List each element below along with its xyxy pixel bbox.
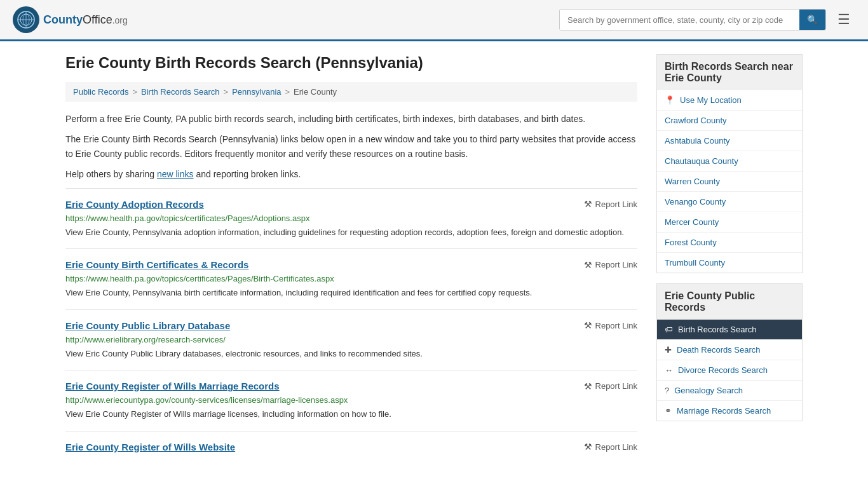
report-link-0[interactable]: ⚒ Report Link	[584, 199, 637, 209]
birth-records-link[interactable]: Birth Records Search	[678, 325, 757, 334]
report-icon-3: ⚒	[584, 381, 592, 391]
link-title-3[interactable]: Erie County Register of Wills Marriage R…	[65, 381, 280, 391]
sidebar-records-list: 🏷 Birth Records Search ✚ Death Records S…	[656, 320, 803, 421]
link-entry-header-0: Erie County Adoption Records ⚒ Report Li…	[65, 199, 637, 210]
desc-para-1: Perform a free Erie County, PA public bi…	[65, 112, 637, 126]
site-header: CountyOffice.org 🔍 ☰	[0, 0, 868, 41]
sidebar-item-forest[interactable]: Forest County	[657, 233, 802, 253]
breadcrumb: Public Records > Birth Records Search > …	[65, 82, 637, 102]
link-title-0[interactable]: Erie County Adoption Records	[65, 199, 204, 210]
link-title-4[interactable]: Erie County Register of Wills Website	[65, 442, 235, 452]
link-url-1[interactable]: https://www.health.pa.gov/topics/certifi…	[65, 274, 637, 283]
link-entry-header-2: Erie County Public Library Database ⚒ Re…	[65, 320, 637, 331]
logo-text: CountyOffice.org	[43, 13, 128, 27]
report-link-3[interactable]: ⚒ Report Link	[584, 381, 637, 391]
report-link-4[interactable]: ⚒ Report Link	[584, 442, 637, 452]
link-desc-3: View Erie County Register of Wills marri…	[65, 408, 637, 421]
sidebar-item-crawford[interactable]: Crawford County	[657, 111, 802, 131]
crawford-county-link[interactable]: Crawford County	[665, 116, 727, 125]
hamburger-menu-icon[interactable]: ☰	[832, 9, 855, 30]
link-title-1[interactable]: Erie County Birth Certificates & Records	[65, 259, 248, 270]
marriage-records-link[interactable]: Marriage Records Search	[677, 406, 771, 416]
report-icon-2: ⚒	[584, 320, 592, 330]
report-link-1[interactable]: ⚒ Report Link	[584, 260, 637, 270]
sidebar-item-venango[interactable]: Venango County	[657, 192, 802, 212]
sidebar-records-title: Erie County Public Records	[656, 283, 803, 320]
link-entry-0: Erie County Adoption Records ⚒ Report Li…	[65, 188, 637, 249]
link-entry-1: Erie County Birth Certificates & Records…	[65, 248, 637, 309]
link-desc-2: View Eric County Public Library database…	[65, 348, 637, 360]
breadcrumb-sep-3: >	[285, 87, 290, 97]
link-url-3[interactable]: http://www.eriecountypa.gov/county-servi…	[65, 395, 637, 405]
report-link-2[interactable]: ⚒ Report Link	[584, 320, 637, 330]
sidebar-item-death-records[interactable]: ✚ Death Records Search	[657, 340, 802, 360]
venango-county-link[interactable]: Venango County	[665, 197, 726, 207]
marriage-records-icon: ⚭	[665, 406, 672, 416]
death-records-link[interactable]: Death Records Search	[677, 345, 761, 355]
link-entry-header-1: Erie County Birth Certificates & Records…	[65, 259, 637, 270]
logo-icon	[13, 6, 39, 33]
sidebar-item-use-location[interactable]: 📍 Use My Location	[657, 90, 802, 111]
warren-county-link[interactable]: Warren County	[665, 177, 720, 186]
desc-para-2: The Erie County Birth Records Search (Pe…	[65, 132, 637, 161]
use-my-location-link[interactable]: Use My Location	[680, 95, 742, 105]
birth-records-icon: 🏷	[665, 325, 673, 334]
breadcrumb-birth-records-search[interactable]: Birth Records Search	[141, 87, 220, 97]
sidebar-nearby-title: Birth Records Search near Erie County	[656, 54, 803, 90]
genealogy-icon: ?	[665, 386, 669, 395]
logo[interactable]: CountyOffice.org	[13, 6, 128, 33]
search-bar: 🔍	[559, 9, 826, 30]
search-input[interactable]	[560, 10, 799, 30]
sidebar-nearby-list: 📍 Use My Location Crawford County Ashtab…	[656, 90, 803, 273]
sidebar-item-mercer[interactable]: Mercer County	[657, 212, 802, 233]
mercer-county-link[interactable]: Mercer County	[665, 217, 719, 227]
main-container: Erie County Birth Records Search (Pennsy…	[53, 41, 815, 479]
search-button[interactable]: 🔍	[799, 10, 825, 30]
report-icon-4: ⚒	[584, 442, 592, 452]
trumbull-county-link[interactable]: Trumbull County	[665, 258, 725, 268]
breadcrumb-public-records[interactable]: Public Records	[73, 87, 128, 97]
link-entry-2: Erie County Public Library Database ⚒ Re…	[65, 309, 637, 370]
link-desc-1: View Erie County, Pennsylvania birth cer…	[65, 287, 637, 299]
link-title-2[interactable]: Erie County Public Library Database	[65, 320, 230, 331]
breadcrumb-sep-1: >	[132, 87, 137, 97]
link-entry-header-3: Erie County Register of Wills Marriage R…	[65, 381, 637, 391]
sidebar-item-trumbull[interactable]: Trumbull County	[657, 253, 802, 273]
death-records-icon: ✚	[665, 345, 672, 355]
chautauqua-county-link[interactable]: Chautauqua County	[665, 156, 738, 166]
report-icon-0: ⚒	[584, 199, 592, 209]
sidebar-item-divorce-records[interactable]: ↔ Divorce Records Search	[657, 360, 802, 381]
forest-county-link[interactable]: Forest County	[665, 238, 717, 247]
sidebar-item-birth-records[interactable]: 🏷 Birth Records Search	[657, 320, 802, 340]
desc-para-3: Help others by sharing new links and rep…	[65, 167, 637, 181]
ashtabula-county-link[interactable]: Ashtabula County	[665, 136, 730, 146]
sidebar-item-marriage-records[interactable]: ⚭ Marriage Records Search	[657, 401, 802, 421]
link-entry-4: Erie County Register of Wills Website ⚒ …	[65, 431, 637, 466]
header-right: 🔍 ☰	[559, 9, 855, 30]
sidebar-item-warren[interactable]: Warren County	[657, 172, 802, 192]
link-url-2[interactable]: http://www.erielibrary.org/research-serv…	[65, 335, 637, 344]
genealogy-link[interactable]: Genealogy Search	[674, 386, 743, 395]
link-url-0[interactable]: https://www.health.pa.gov/topics/certifi…	[65, 214, 637, 223]
sidebar-item-ashtabula[interactable]: Ashtabula County	[657, 131, 802, 151]
location-pin-icon: 📍	[665, 95, 675, 105]
link-desc-0: View Erie County, Pennsylvania adoption …	[65, 226, 637, 239]
breadcrumb-pennsylvania[interactable]: Pennsylvania	[232, 87, 281, 97]
breadcrumb-erie-county: Erie County	[294, 87, 337, 97]
link-entry-header-4: Erie County Register of Wills Website ⚒ …	[65, 442, 637, 452]
divorce-records-link[interactable]: Divorce Records Search	[678, 365, 768, 375]
main-content: Erie County Birth Records Search (Pennsy…	[65, 54, 637, 466]
new-links-link[interactable]: new links	[157, 169, 194, 179]
sidebar: Birth Records Search near Erie County 📍 …	[656, 54, 803, 466]
report-icon-1: ⚒	[584, 260, 592, 270]
page-title: Erie County Birth Records Search (Pennsy…	[65, 54, 637, 72]
link-entry-3: Erie County Register of Wills Marriage R…	[65, 370, 637, 431]
breadcrumb-sep-2: >	[224, 87, 229, 97]
divorce-records-icon: ↔	[665, 365, 673, 375]
sidebar-item-genealogy-search[interactable]: ? Genealogy Search	[657, 381, 802, 401]
sidebar-item-chautauqua[interactable]: Chautauqua County	[657, 151, 802, 172]
